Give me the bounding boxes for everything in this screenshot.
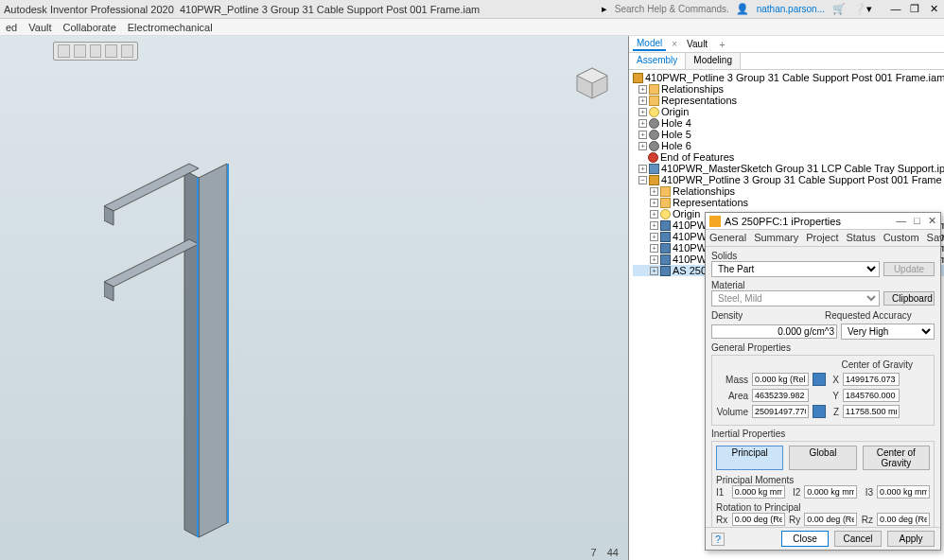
rz-input[interactable] [877,513,930,526]
cog-header: Center of Gravity [841,359,913,370]
expand-icon[interactable]: + [638,119,647,128]
user-icon[interactable]: 👤 [736,3,749,15]
menu-item[interactable]: Electromechanical [128,22,213,33]
tab-vault[interactable]: Vault [683,38,711,50]
tree-row: End of Features [633,151,944,163]
dialog-maximize-button[interactable]: □ [914,215,920,227]
tab-summary[interactable]: Summary [750,230,802,246]
dialog-icon [709,216,721,227]
accuracy-select[interactable]: Very High [841,324,935,340]
update-button[interactable]: Update [883,262,935,276]
general-properties-header: General Properties [711,342,935,353]
help-search-input[interactable] [615,2,728,17]
rz-label: Rz [861,515,873,525]
expand-icon[interactable]: + [650,233,658,241]
expand-icon[interactable]: + [638,108,647,116]
density-input[interactable] [711,324,837,339]
tab-project[interactable]: Project [802,230,842,246]
beam-icon [660,254,671,265]
i3-label: I3 [861,487,873,498]
toolbar-icon[interactable] [74,44,86,58]
dialog-title-bar[interactable]: AS 250PFC:1 iProperties — □ ✕ [706,213,940,230]
app-title: Autodesk Inventor Professional 2020 410P… [4,4,480,15]
cancel-button[interactable]: Cancel [834,531,882,547]
tab-assembly[interactable]: Assembly [629,53,686,69]
expand-icon[interactable]: + [638,85,647,94]
tab-modeling[interactable]: Modeling [686,53,741,69]
tree-row: +Hole 4 [633,117,944,129]
rx-label: Rx [716,515,728,525]
expand-icon[interactable]: + [650,187,658,196]
cog-button[interactable]: Center of Gravity [863,446,930,470]
panel-tabs: Model × Vault + 🔍 ≡ [629,36,944,53]
z-input[interactable] [843,405,900,418]
tab-custom[interactable]: Custom [880,230,923,246]
expand-icon[interactable]: + [650,210,658,219]
rx-input[interactable] [732,513,785,526]
expand-icon[interactable]: + [650,199,658,207]
dialog-minimize-button[interactable]: — [896,215,906,227]
tab-save[interactable]: Save [923,230,944,246]
mass-input[interactable] [752,373,809,386]
beam-icon [660,266,671,276]
expand-icon[interactable]: + [638,131,647,139]
toolbar-icon[interactable] [58,44,70,58]
tab-model[interactable]: Model [633,37,666,51]
close-button[interactable]: ✕ [927,3,940,15]
volume-calculator-icon[interactable] [813,405,826,418]
tree-row: +Relationships [633,83,944,95]
user-name[interactable]: nathan.parson... [757,4,825,14]
search-chevron-icon[interactable]: ▸ [602,3,607,15]
i2-input[interactable] [804,485,857,499]
mass-calculator-icon[interactable] [813,373,826,386]
i1-input[interactable] [732,485,785,499]
tab-status[interactable]: Status [842,230,879,246]
volume-input[interactable] [752,405,809,418]
global-button[interactable]: Global [789,446,856,470]
expand-icon[interactable]: + [650,255,658,264]
hole-icon [649,130,659,140]
principal-button[interactable]: Principal [716,446,783,470]
y-input[interactable] [843,389,900,402]
apply-button[interactable]: Apply [887,531,935,547]
ry-label: Ry [789,515,801,525]
help-icon[interactable]: ❔▾ [853,3,872,15]
tree-row: +410PWR_MasterSketch Group 31 LCP Cable … [633,163,944,174]
solids-select[interactable]: The Part [711,261,880,277]
menu-item[interactable]: Vault [28,22,51,33]
dialog-help-icon[interactable]: ? [711,533,725,546]
expand-icon[interactable]: + [638,96,647,105]
assembly-icon [633,73,643,83]
menu-item[interactable]: ed [6,22,17,33]
close-button[interactable]: Close [781,531,829,547]
clipboard-button[interactable]: Clipboard [883,291,935,306]
x-input[interactable] [843,373,900,386]
expand-icon[interactable]: + [650,221,658,230]
toolbar-icon[interactable] [105,44,117,58]
material-select[interactable]: Steel, Mild [711,290,880,306]
viewport-3d[interactable]: 7 44 [0,36,629,560]
toolbar-icon[interactable] [121,44,133,58]
minimize-button[interactable]: — [889,3,902,15]
menu-item[interactable]: Collaborate [63,22,116,33]
expand-icon[interactable]: + [638,142,647,150]
tab-add-icon[interactable]: + [719,39,725,50]
cart-icon[interactable]: 🛒 [832,3,846,15]
viewcube[interactable] [573,64,611,102]
tab-general[interactable]: General [706,230,750,246]
dialog-close-button[interactable]: ✕ [928,215,936,227]
expand-icon[interactable]: + [650,244,658,253]
expand-icon[interactable]: − [638,176,647,184]
ry-input[interactable] [804,513,857,526]
restore-button[interactable]: ❐ [908,3,921,15]
expand-icon[interactable]: + [650,267,658,275]
area-input[interactable] [752,389,809,402]
toolbar-icon[interactable] [90,44,102,58]
end-of-features-icon [648,152,658,163]
origin-icon [660,209,671,219]
rotation-label: Rotation to Principal [716,502,801,513]
i3-input[interactable] [877,485,930,499]
tab-close-icon[interactable]: × [672,39,677,49]
expand-icon[interactable]: + [638,165,647,173]
origin-icon [649,107,659,117]
